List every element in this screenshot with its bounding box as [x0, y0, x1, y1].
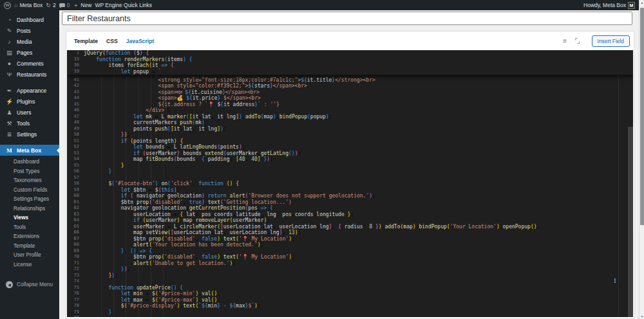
home-icon: ⌂	[14, 3, 17, 8]
new-content-link[interactable]: ＋ New	[73, 2, 91, 8]
plus-icon: ＋	[73, 3, 79, 8]
code-line: 65 userMarker = L.circleMarker([userLoca…	[67, 224, 633, 230]
site-name-link[interactable]: ⌂ Meta Box	[14, 2, 43, 8]
line-number: 33	[67, 57, 84, 63]
sidebar-item-label: Tools	[17, 120, 30, 127]
submenu-item-relationships[interactable]: Relationships	[0, 205, 59, 214]
sidebar-item-label: Comments	[17, 60, 44, 67]
page-scrollbar-thumb[interactable]	[640, 8, 644, 225]
editor-scrollbar-thumb[interactable]	[628, 127, 633, 317]
page-scrollbar[interactable]: ▲ ▼	[639, 0, 644, 319]
line-number: 47	[67, 114, 84, 120]
sidebar-item-pages[interactable]: ▤Pages	[0, 47, 59, 58]
tab-css[interactable]: CSS	[106, 38, 118, 44]
main-content: Template CSS JavaScript ≡ ⌜⌟ Insert Fiel…	[59, 10, 639, 319]
posts-icon: ✎	[6, 28, 13, 34]
code-line: 39 let popup = `	[67, 69, 633, 75]
line-number: 63	[67, 212, 84, 218]
avatar: M	[628, 2, 635, 9]
code-line: 75 function updatePrice() {	[67, 285, 633, 291]
submenu-item-template[interactable]: Template	[0, 242, 59, 251]
comments-link[interactable]: 0	[59, 2, 70, 8]
menu-separator	[0, 140, 59, 145]
code-lines: 40 <div style="font-family:sans-serif;ma…	[67, 71, 633, 317]
submenu-item-post-types[interactable]: Post Types	[0, 167, 59, 177]
submenu-item-tools[interactable]: Tools	[0, 223, 59, 233]
code-line: 64 if (userMarker) map.removeLayer(userM…	[67, 217, 633, 224]
code-line: 42 <span style="color:#f39c12;">${stars}…	[67, 83, 633, 89]
submenu-item-license[interactable]: License	[0, 260, 59, 270]
line-number: 73	[67, 273, 84, 279]
code-line: 53 if (userMarker) bounds.extend(userMar…	[67, 150, 633, 157]
sidebar-item-label: Restaurants	[17, 71, 46, 78]
code-line: 72 });	[67, 266, 633, 273]
sidebar-item-dashboard[interactable]: ◔Dashboard	[0, 14, 59, 25]
collapse-menu-button[interactable]: ◀ Collapse Menu	[0, 279, 59, 289]
pages-icon: ▤	[6, 50, 13, 56]
view-editor-panel: Template CSS JavaScript ≡ ⌜⌟ Insert Fiel…	[66, 31, 634, 319]
code-line: 48 currentMarkers.push(mk);	[67, 120, 633, 126]
format-code-icon[interactable]: ≡	[563, 37, 566, 44]
sidebar-item-plugins[interactable]: ⚡Plugins	[0, 96, 59, 107]
sidebar-item-meta-box[interactable]: M Meta Box	[0, 145, 59, 156]
code-line: 80	[67, 315, 633, 317]
line-number: 70	[67, 254, 84, 260]
code-line: 58 $('#locate-btn').on('click', function…	[67, 181, 633, 187]
line-number: 77	[67, 297, 84, 304]
view-title-input[interactable]	[62, 12, 632, 25]
code-line: 43 <span>🍽 ${it.cuisine}</span><br>	[67, 89, 633, 96]
line-number: 36	[67, 62, 84, 69]
code-line: 77 let max = $('#price-max').val();	[67, 297, 633, 304]
line-number: 75	[67, 285, 84, 291]
line-number: 55	[67, 163, 84, 169]
tab-template[interactable]: Template	[74, 38, 98, 44]
code-line: 49 points.push([it.lat, it.lng]);	[67, 126, 633, 132]
fullscreen-icon[interactable]: ⌜⌟	[574, 37, 579, 44]
scroll-up-arrow[interactable]: ▲	[639, 1, 644, 5]
sidebar-item-settings[interactable]: ≣Settings	[0, 129, 59, 140]
code-line: 36 items.forEach(it => {	[67, 62, 633, 69]
submenu-item-settings-pages[interactable]: Settings Pages	[0, 195, 59, 205]
code-line: 67 $btn.prop('disabled', false).text('📍 …	[67, 236, 633, 242]
code-line: 54 map.fitBounds(bounds, { padding: [40,…	[67, 156, 633, 163]
submenu-item-user-profile[interactable]: User Profile	[0, 251, 59, 260]
plugins-icon: ⚡	[6, 98, 13, 105]
updates-link[interactable]: ↻ 2	[46, 2, 55, 8]
line-number: 61	[67, 199, 84, 206]
insert-field-button[interactable]: Insert Field	[592, 35, 630, 47]
line-number: 59	[67, 187, 84, 194]
sidebar-item-posts[interactable]: ✎Posts	[0, 25, 59, 36]
submenu-item-taxonomies[interactable]: Taxonomies	[0, 176, 59, 186]
code-line: 66 map.setView([userLocation.lat, userLo…	[67, 230, 633, 236]
line-number: 44	[67, 95, 84, 102]
menu-separator	[0, 80, 59, 85]
line-number: 78	[67, 303, 84, 309]
code-editor[interactable]: 40 <div style="font-family:sans-serif;ma…	[67, 50, 633, 317]
code-line: 59 let $btn = $(this);	[67, 187, 633, 194]
submenu-item-views[interactable]: Views	[0, 214, 59, 223]
admin-bar: W ⌂ Meta Box ↻ 2 0 ＋ New WP Engine Quick…	[0, 0, 639, 10]
sidebar-item-restaurants[interactable]: ΨRestaurants	[0, 69, 59, 80]
submenu-item-custom-fields[interactable]: Custom Fields	[0, 186, 59, 196]
code-line: 44 <span>💰 ${it.price} $</span><br>	[67, 95, 633, 102]
code-line: 60 if (!navigator.geolocation) return al…	[67, 193, 633, 199]
submenu-item-extensions[interactable]: Extensions	[0, 232, 59, 242]
wordpress-logo-icon[interactable]: W	[4, 2, 11, 9]
line-number: 50	[67, 132, 84, 138]
code-line: 78 $('#price-display').text(`${min} - ${…	[67, 303, 633, 309]
sidebar-item-media[interactable]: ♪Media	[0, 36, 59, 47]
metabox-submenu: DashboardPost TypesTaxonomiesCustom Fiel…	[0, 156, 59, 272]
sidebar-item-appearance[interactable]: ✒Appearance	[0, 85, 59, 96]
tab-javascript[interactable]: JavaScript	[126, 38, 154, 44]
code-line: 51 if (points.length) {	[67, 138, 633, 145]
sidebar-item-comments[interactable]: ●Comments	[0, 58, 59, 69]
sidebar-item-tools[interactable]: ⚒Tools	[0, 118, 59, 129]
wp-engine-quick-links[interactable]: WP Engine Quick Links	[95, 2, 152, 8]
howdy-account-link[interactable]: Howdy, Meta Box M	[583, 2, 635, 9]
scroll-down-arrow[interactable]: ▼	[639, 314, 644, 318]
comment-bubble-icon	[59, 3, 65, 7]
code-line: 50 });	[67, 132, 633, 138]
submenu-item-dashboard[interactable]: Dashboard	[0, 158, 59, 167]
sidebar-item-users[interactable]: ♟Users	[0, 107, 59, 118]
code-line: 74	[67, 278, 633, 285]
